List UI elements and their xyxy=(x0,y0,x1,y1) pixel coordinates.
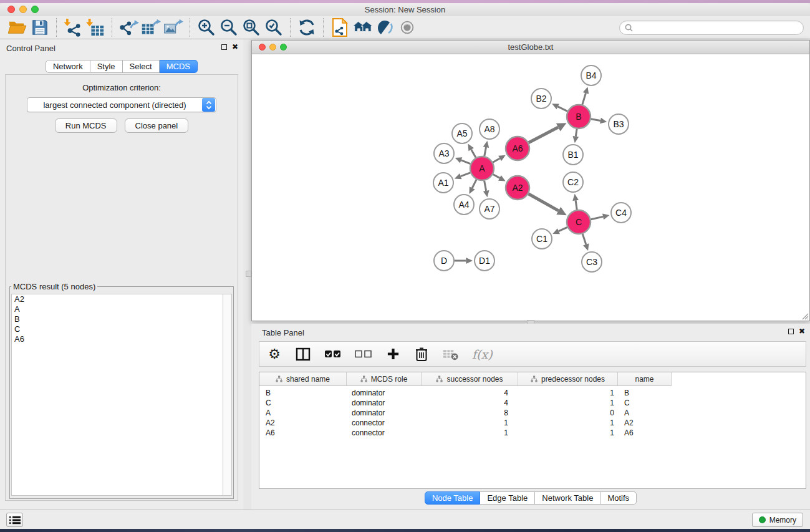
import-network-button[interactable] xyxy=(62,17,84,38)
export-table-button[interactable] xyxy=(140,17,162,38)
graph-edge-A6-B[interactable] xyxy=(529,127,558,143)
result-scrollbar[interactable] xyxy=(223,294,231,495)
tab-edge-table[interactable]: Edge Table xyxy=(480,491,535,505)
zoom-selected-button[interactable] xyxy=(263,17,285,38)
graph-node-A3[interactable]: A3 xyxy=(434,143,454,163)
graph-edge-C-C4[interactable] xyxy=(591,216,604,219)
column-header-mcds-role[interactable]: MCDS role xyxy=(347,372,422,386)
delete-table-button[interactable] xyxy=(443,348,458,360)
network-file-button[interactable] xyxy=(329,17,351,38)
result-item[interactable]: A xyxy=(12,304,231,314)
graph-edge-B-B3[interactable] xyxy=(591,119,600,121)
result-item[interactable]: A2 xyxy=(12,294,231,304)
save-session-button[interactable] xyxy=(29,17,51,38)
table-row[interactable]: Cdominator41C xyxy=(259,398,806,408)
graph-node-B1[interactable]: B1 xyxy=(563,145,583,165)
zoom-fit-button[interactable] xyxy=(240,17,263,38)
task-history-button[interactable] xyxy=(6,513,23,527)
graph-edge-A2-C[interactable] xyxy=(528,194,558,211)
zoom-window-button[interactable] xyxy=(31,6,39,13)
graph-node-A[interactable]: A xyxy=(470,157,494,180)
open-session-button[interactable] xyxy=(6,17,29,38)
export-image-button[interactable] xyxy=(162,17,185,38)
table-row[interactable]: A6connector11A6 xyxy=(259,428,806,438)
column-header-successor-nodes[interactable]: successor nodes xyxy=(422,372,518,386)
graph-node-A7[interactable]: A7 xyxy=(480,199,499,219)
graph-edge-B-B1[interactable] xyxy=(576,129,577,137)
tab-motifs[interactable]: Motifs xyxy=(600,491,637,505)
graph-edge-B-B2[interactable] xyxy=(558,107,567,111)
show-hide-button[interactable] xyxy=(396,17,418,38)
close-panel-button[interactable]: Close panel xyxy=(125,118,189,133)
float-panel-icon[interactable] xyxy=(788,329,794,334)
graph-node-A2[interactable]: A2 xyxy=(506,176,529,200)
graph-edge-A-A5[interactable] xyxy=(471,150,476,158)
tab-mcds[interactable]: MCDS xyxy=(160,60,198,73)
deselect-all-button[interactable] xyxy=(355,350,372,359)
split-panel-button[interactable] xyxy=(296,347,311,361)
graph-node-A5[interactable]: A5 xyxy=(452,123,472,143)
graph-node-A4[interactable]: A4 xyxy=(454,195,474,215)
table-row[interactable]: Adominator80A xyxy=(259,408,806,418)
search-field[interactable] xyxy=(619,21,804,35)
graph-edge-A-A7[interactable] xyxy=(485,181,486,191)
add-column-button[interactable] xyxy=(385,347,400,360)
graph-edge-A-A2[interactable] xyxy=(493,175,500,178)
graph-node-A1[interactable]: A1 xyxy=(433,173,453,193)
result-item[interactable]: C xyxy=(12,324,231,334)
column-header-predecessor-nodes[interactable]: predecessor nodes xyxy=(518,372,618,386)
graph-node-C2[interactable]: C2 xyxy=(563,172,583,192)
graph-edge-C-C1[interactable] xyxy=(559,227,567,231)
graph-node-B2[interactable]: B2 xyxy=(531,89,551,109)
tab-network-table[interactable]: Network Table xyxy=(535,491,600,505)
import-table-button[interactable] xyxy=(84,17,107,38)
graph-edge-A-A8[interactable] xyxy=(485,147,486,156)
graph-edge-A-A1[interactable] xyxy=(461,173,470,177)
result-item[interactable]: B xyxy=(12,314,231,324)
graph-edge-A-A4[interactable] xyxy=(472,180,476,188)
graph-edge-A-A6[interactable] xyxy=(493,158,499,162)
vertical-divider-grip[interactable] xyxy=(246,271,251,277)
optimization-criterion-select[interactable]: largest connected component (directed) xyxy=(27,97,216,112)
tab-select[interactable]: Select xyxy=(123,60,160,73)
close-panel-icon[interactable]: ✖ xyxy=(799,328,805,334)
zoom-network-window-button[interactable] xyxy=(280,44,287,51)
graph-node-C3[interactable]: C3 xyxy=(582,252,602,272)
column-header-name[interactable]: name xyxy=(618,372,672,386)
graph-node-A8[interactable]: A8 xyxy=(480,119,499,139)
table-settings-button[interactable]: ⚙ xyxy=(267,347,282,361)
graph-node-D[interactable]: D xyxy=(434,251,454,271)
minimize-network-window-button[interactable] xyxy=(269,44,276,51)
export-network-button[interactable] xyxy=(117,17,140,38)
graph-edge-A-A3[interactable] xyxy=(461,160,471,164)
zoom-out-button[interactable] xyxy=(218,17,240,38)
graph-edge-C-C3[interactable] xyxy=(582,234,586,244)
close-network-window-button[interactable] xyxy=(259,44,266,51)
minimize-window-button[interactable] xyxy=(19,6,27,13)
graph-node-C[interactable]: C xyxy=(567,210,591,234)
graph-node-C4[interactable]: C4 xyxy=(611,203,631,223)
tab-style[interactable]: Style xyxy=(90,60,123,73)
delete-row-button[interactable] xyxy=(414,347,429,362)
memory-button[interactable]: Memory xyxy=(752,513,803,527)
table-row[interactable]: Bdominator41B xyxy=(259,388,806,398)
refresh-view-button[interactable] xyxy=(296,17,318,38)
graph-edge-C-C2[interactable] xyxy=(576,200,577,210)
graph-edge-B-B4[interactable] xyxy=(582,93,586,105)
function-builder-button[interactable]: f(x) xyxy=(472,347,493,361)
column-header-shared-name[interactable]: shared name xyxy=(259,372,347,386)
run-mcds-button[interactable]: Run MCDS xyxy=(55,118,117,133)
network-graph[interactable]: AA1A2A3A4A5A6A7A8BB1B2B3B4CC1C2C3C4DD1 xyxy=(253,54,809,321)
graph-node-B3[interactable]: B3 xyxy=(609,114,629,134)
close-window-button[interactable] xyxy=(7,6,15,13)
select-all-button[interactable] xyxy=(324,350,341,359)
toggle-graphics-details-button[interactable] xyxy=(374,17,396,38)
home-button[interactable] xyxy=(351,17,374,38)
table-row[interactable]: A2connector11A2 xyxy=(259,418,806,428)
search-input[interactable] xyxy=(636,24,803,32)
graph-node-B4[interactable]: B4 xyxy=(581,65,601,85)
result-item[interactable]: A6 xyxy=(12,334,231,344)
float-panel-icon[interactable] xyxy=(221,44,227,50)
tab-node-table[interactable]: Node Table xyxy=(425,491,481,505)
graph-node-B[interactable]: B xyxy=(567,105,591,128)
